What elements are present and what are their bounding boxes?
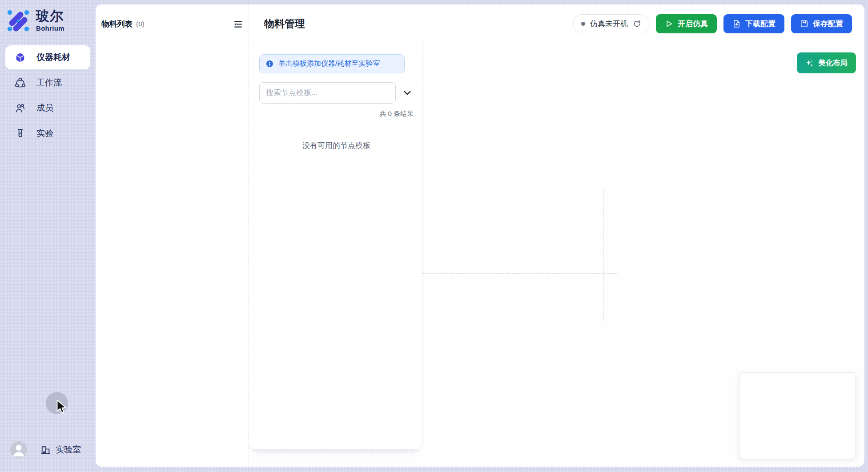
brand-subtitle: Bohrium (36, 24, 64, 32)
mouse-cursor-icon (55, 399, 69, 414)
experiment-icon (15, 128, 26, 139)
save-icon (800, 20, 808, 28)
search-template-input[interactable] (259, 82, 396, 104)
start-simulation-label: 开启仿真 (678, 19, 708, 29)
lab-label: 实验室 (56, 444, 81, 456)
save-config-button[interactable]: 保存配置 (791, 14, 852, 33)
sidebar-nav: 仪器耗材 工作流 成员 (0, 45, 96, 145)
sidebar-item-label: 仪器耗材 (36, 52, 70, 63)
status-dot-icon (581, 22, 585, 26)
beautify-layout-button[interactable]: 美化布局 (797, 52, 856, 73)
cube-icon (15, 52, 26, 63)
material-list-count: (0) (136, 20, 145, 28)
lab-entry[interactable]: 实验室 (40, 444, 81, 456)
chevron-down-icon[interactable] (402, 88, 412, 98)
download-config-button[interactable]: 下载配置 (723, 14, 784, 33)
node-template-panel: 单击模板添加仪器/耗材至实验室 共 0 条结果 没有可用的节点模板 (249, 43, 422, 450)
page-title: 物料管理 (264, 17, 305, 31)
save-config-label: 保存配置 (813, 19, 843, 29)
empty-templates-text: 没有可用的节点模板 (259, 140, 414, 151)
canvas-guide-horizontal (422, 273, 618, 274)
brand-name: 玻尔 (36, 9, 64, 23)
sidebar-footer: 实验室 (0, 441, 96, 458)
main-card: 物料列表 (0) 物料管理 仿真未开机 (96, 4, 864, 467)
refresh-icon[interactable] (633, 20, 641, 28)
simulation-status-pill[interactable]: 仿真未开机 (573, 14, 649, 33)
template-hint-text: 单击模板添加仪器/耗材至实验室 (278, 59, 380, 68)
sidebar-item-label: 工作流 (36, 77, 62, 88)
brand-logo: 玻尔 Bohrium (0, 0, 96, 32)
sidebar-item-instruments[interactable]: 仪器耗材 (5, 45, 90, 69)
workflow-icon (15, 77, 26, 88)
result-count: 共 0 条结果 (259, 110, 414, 118)
building-icon (40, 444, 51, 456)
sidebar-item-label: 实验 (36, 128, 53, 139)
sparkles-icon (805, 59, 814, 68)
simulation-status-label: 仿真未开机 (590, 19, 628, 29)
download-config-label: 下载配置 (745, 19, 776, 29)
members-icon (15, 103, 26, 114)
start-simulation-button[interactable]: 开启仿真 (656, 14, 717, 33)
canvas-header: 物料管理 仿真未开机 (249, 4, 864, 43)
canvas-area[interactable]: 物料管理 仿真未开机 (249, 4, 864, 467)
sidebar-item-members[interactable]: 成员 (5, 96, 90, 120)
sidebar-item-label: 成员 (36, 102, 53, 114)
file-download-icon (732, 20, 741, 28)
material-list-title: 物料列表 (101, 19, 133, 29)
play-icon (665, 20, 673, 28)
minimap[interactable] (739, 372, 856, 459)
sidebar-item-workflow[interactable]: 工作流 (5, 71, 90, 95)
template-hint-banner: 单击模板添加仪器/耗材至实验室 (259, 54, 405, 73)
sidebar-item-experiment[interactable]: 实验 (5, 121, 90, 145)
collapse-panel-icon[interactable] (233, 20, 243, 29)
material-list-panel: 物料列表 (0) (96, 4, 249, 467)
canvas-guide-vertical (603, 190, 604, 322)
brand-logo-icon (7, 9, 30, 32)
beautify-layout-label: 美化布局 (818, 58, 848, 68)
info-icon (265, 60, 274, 68)
user-avatar[interactable] (10, 441, 27, 458)
